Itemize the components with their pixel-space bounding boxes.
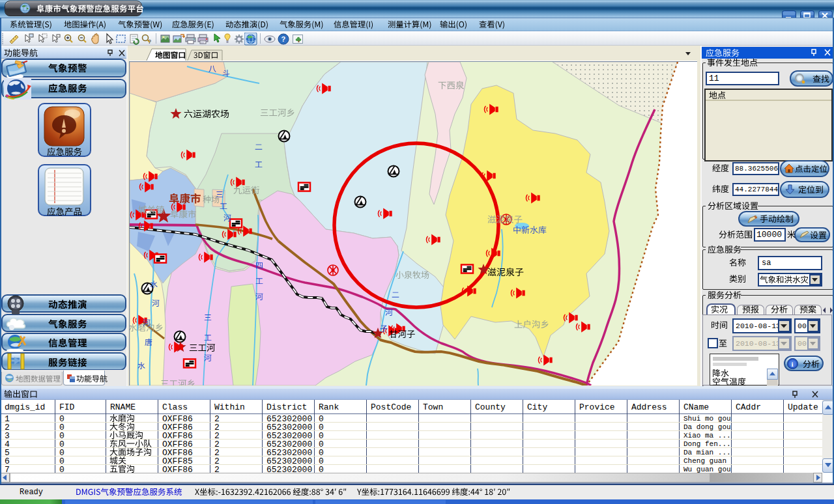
svg-text:i: i bbox=[792, 360, 794, 368]
